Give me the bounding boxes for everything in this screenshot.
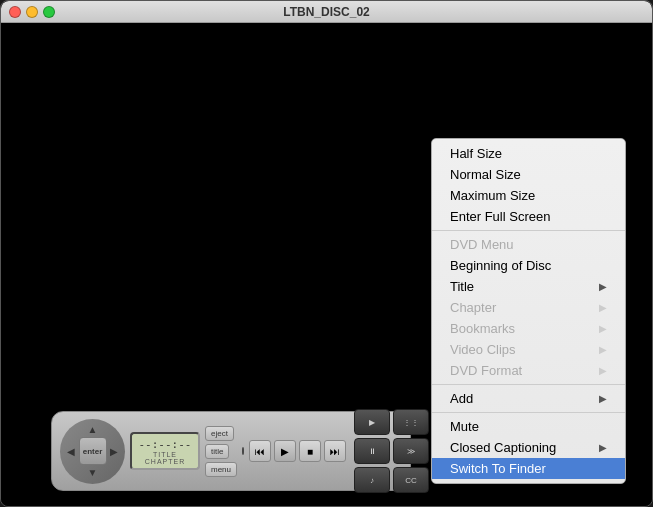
icon-row-bot: ♪ CC xyxy=(354,467,429,493)
dpad-ring[interactable]: ▲ ▼ ◀ ▶ enter xyxy=(60,419,125,484)
dvd-remote: ▲ ▼ ◀ ▶ enter --:--:-- TITLE CHAPTER eje… xyxy=(51,411,411,491)
slow-icon-button[interactable]: ≫ xyxy=(393,438,429,464)
menu-item-normal-size[interactable]: Normal Size xyxy=(432,164,625,185)
menu-item-closed-captioning[interactable]: Closed Captioning▶ xyxy=(432,437,625,458)
menu-item-half-size[interactable]: Half Size xyxy=(432,143,625,164)
menu-item-label-title: Title xyxy=(450,279,474,294)
dpad-right-icon[interactable]: ▶ xyxy=(107,444,121,458)
stop-button[interactable]: ■ xyxy=(299,440,321,462)
play-pause-button[interactable]: ▶ xyxy=(274,440,296,462)
fast-forward-button[interactable]: ⏭ xyxy=(324,440,346,462)
menu-arrow-title: ▶ xyxy=(599,281,607,292)
subtitle-icon-button[interactable]: CC xyxy=(393,467,429,493)
menu-item-enter-full-screen[interactable]: Enter Full Screen xyxy=(432,206,625,227)
enter-label: enter xyxy=(83,447,103,456)
menu-buttons: eject title menu xyxy=(205,426,237,477)
title-button[interactable]: title xyxy=(205,444,229,459)
maximize-button[interactable] xyxy=(43,6,55,18)
audio-icon-button[interactable]: ♪ xyxy=(354,467,390,493)
menu-item-label-closed-captioning: Closed Captioning xyxy=(450,440,556,455)
enter-button[interactable]: enter xyxy=(79,437,107,465)
rewind-button[interactable]: ⏮ xyxy=(249,440,271,462)
menu-item-maximum-size[interactable]: Maximum Size xyxy=(432,185,625,206)
menu-arrow-dvd-format: ▶ xyxy=(599,365,607,376)
separator-sep2 xyxy=(432,384,625,385)
context-menu: Half SizeNormal SizeMaximum SizeEnter Fu… xyxy=(431,138,626,484)
separator-sep3 xyxy=(432,412,625,413)
menu-arrow-chapter: ▶ xyxy=(599,302,607,313)
menu-item-dvd-format: DVD Format▶ xyxy=(432,360,625,381)
pause-icon-button[interactable]: ⏸ xyxy=(354,438,390,464)
main-window: LTBN_DISC_02 DVD Player ▲ ▼ ◀ ▶ enter xyxy=(0,0,653,507)
time-display: --:--:-- xyxy=(138,438,192,451)
menu-item-label-enter-full-screen: Enter Full Screen xyxy=(450,209,550,224)
menu-item-chapter: Chapter▶ xyxy=(432,297,625,318)
menu-arrow-bookmarks: ▶ xyxy=(599,323,607,334)
menu-item-bookmarks: Bookmarks▶ xyxy=(432,318,625,339)
dpad-down-icon[interactable]: ▼ xyxy=(86,466,100,480)
play-icon-button[interactable]: ▶ xyxy=(354,409,390,435)
menu-item-mute[interactable]: Mute xyxy=(432,416,625,437)
minimize-button[interactable] xyxy=(26,6,38,18)
icon-row-top: ▶ ⋮⋮ xyxy=(354,409,429,435)
transport-row: ⏮ ▶ ■ ⏭ xyxy=(249,440,346,462)
chapters-icon-button[interactable]: ⋮⋮ xyxy=(393,409,429,435)
menu-item-label-video-clips: Video Clips xyxy=(450,342,516,357)
menu-item-dvd-menu: DVD Menu xyxy=(432,234,625,255)
menu-item-label-chapter: Chapter xyxy=(450,300,496,315)
menu-arrow-add: ▶ xyxy=(599,393,607,404)
direction-pad: ▲ ▼ ◀ ▶ enter xyxy=(60,419,125,484)
separator-sep1 xyxy=(432,230,625,231)
eject-button[interactable]: eject xyxy=(205,426,234,441)
menu-item-label-beginning-of-disc: Beginning of Disc xyxy=(450,258,551,273)
menu-item-label-half-size: Half Size xyxy=(450,146,502,161)
icon-buttons: ▶ ⋮⋮ ⏸ ≫ ♪ CC xyxy=(354,409,429,493)
menu-button[interactable]: menu xyxy=(205,462,237,477)
close-button[interactable] xyxy=(9,6,21,18)
menu-item-title[interactable]: Title▶ xyxy=(432,276,625,297)
menu-item-label-dvd-menu: DVD Menu xyxy=(450,237,514,252)
window-title: LTBN_DISC_02 xyxy=(283,5,369,19)
dpad-up-icon[interactable]: ▲ xyxy=(86,423,100,437)
icon-row-mid: ⏸ ≫ xyxy=(354,438,429,464)
title-row: title xyxy=(205,444,237,459)
dpad-left-icon[interactable]: ◀ xyxy=(64,444,78,458)
display-panel: --:--:-- TITLE CHAPTER xyxy=(130,432,200,470)
menu-item-add[interactable]: Add▶ xyxy=(432,388,625,409)
menu-item-video-clips: Video Clips▶ xyxy=(432,339,625,360)
menu-item-label-dvd-format: DVD Format xyxy=(450,363,522,378)
transport-controls: ⏮ ▶ ■ ⏭ xyxy=(249,440,346,462)
led-indicator xyxy=(242,447,244,455)
eject-row: eject xyxy=(205,426,237,441)
menu-item-label-maximum-size: Maximum Size xyxy=(450,188,535,203)
menu-item-label-mute: Mute xyxy=(450,419,479,434)
menu-item-label-normal-size: Normal Size xyxy=(450,167,521,182)
menu-arrow-video-clips: ▶ xyxy=(599,344,607,355)
menu-item-label-switch-to-finder: Switch To Finder xyxy=(450,461,546,476)
menu-arrow-closed-captioning: ▶ xyxy=(599,442,607,453)
menu-item-label-add: Add xyxy=(450,391,473,406)
menu-item-label-bookmarks: Bookmarks xyxy=(450,321,515,336)
titlebar: LTBN_DISC_02 xyxy=(1,1,652,23)
menu-item-beginning-of-disc[interactable]: Beginning of Disc xyxy=(432,255,625,276)
window-controls xyxy=(9,6,55,18)
display-subtitle: TITLE CHAPTER xyxy=(138,451,192,465)
menu-item-switch-to-finder[interactable]: Switch To Finder xyxy=(432,458,625,479)
menu-row: menu xyxy=(205,462,237,477)
content-area: DVD Player ▲ ▼ ◀ ▶ enter --:--:-- xyxy=(1,23,652,506)
